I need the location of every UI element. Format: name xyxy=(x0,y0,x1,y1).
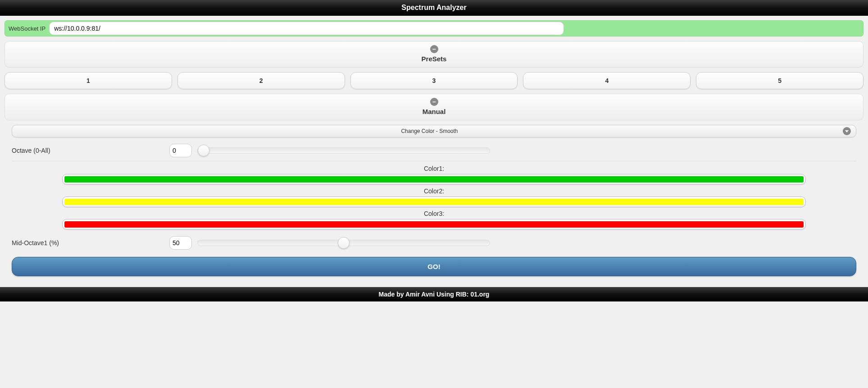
chevron-down-icon[interactable] xyxy=(843,127,851,135)
app-footer: Made by Amir Avni Using RIB: 01.org xyxy=(0,287,868,301)
preset-button-3[interactable]: 3 xyxy=(350,72,518,89)
octave-label: Octave (0-All) xyxy=(12,147,169,154)
color1-swatch xyxy=(64,176,804,183)
app-header: Spectrum Analyzer xyxy=(0,0,868,16)
color1-label: Color1: xyxy=(62,165,806,172)
websocket-input[interactable] xyxy=(49,22,564,35)
color3-picker[interactable] xyxy=(62,219,806,230)
octave-slider[interactable] xyxy=(197,147,490,154)
presets-title: PreSets xyxy=(5,55,863,63)
preset-button-1[interactable]: 1 xyxy=(5,72,172,89)
color3-block: Color3: xyxy=(62,210,806,230)
mid-octave-input[interactable] xyxy=(169,236,192,250)
octave-row: Octave (0-All) xyxy=(8,142,860,159)
websocket-row: WebSocket IP xyxy=(5,20,863,37)
preset-button-5[interactable]: 5 xyxy=(696,72,863,89)
divider xyxy=(12,161,856,161)
slider-handle[interactable] xyxy=(338,237,350,249)
app-title: Spectrum Analyzer xyxy=(401,4,466,11)
color3-swatch xyxy=(64,221,804,228)
minus-icon[interactable] xyxy=(430,45,438,53)
websocket-status xyxy=(564,21,863,36)
slider-handle[interactable] xyxy=(198,145,209,156)
footer-text: Made by Amir Avni Using RIB: 01.org xyxy=(379,291,490,298)
color1-block: Color1: xyxy=(62,165,806,185)
presets-row: 1 2 3 4 5 xyxy=(5,72,863,89)
mode-select[interactable]: Change Color - Smooth xyxy=(12,125,856,137)
mid-octave-label: Mid-Octave1 (%) xyxy=(12,239,169,246)
mode-select-value[interactable]: Change Color - Smooth xyxy=(12,125,856,137)
octave-input[interactable] xyxy=(169,144,192,157)
preset-button-2[interactable]: 2 xyxy=(177,72,345,89)
preset-button-4[interactable]: 4 xyxy=(523,72,691,89)
color3-label: Color3: xyxy=(62,210,806,217)
color2-swatch xyxy=(64,199,804,205)
manual-title: Manual xyxy=(5,108,863,115)
presets-header[interactable]: PreSets xyxy=(5,41,863,68)
go-button[interactable]: GO! xyxy=(12,257,856,276)
color2-picker[interactable] xyxy=(62,196,806,207)
color2-label: Color2: xyxy=(62,187,806,195)
color2-block: Color2: xyxy=(62,187,806,207)
color1-picker[interactable] xyxy=(62,174,806,185)
manual-header[interactable]: Manual xyxy=(5,94,863,120)
minus-icon[interactable] xyxy=(430,98,438,106)
mid-octave-row: Mid-Octave1 (%) xyxy=(8,234,860,251)
websocket-label: WebSocket IP xyxy=(5,21,49,36)
manual-section: Change Color - Smooth Octave (0-All) Col… xyxy=(5,125,863,276)
mid-octave-slider[interactable] xyxy=(197,240,490,246)
main-content: WebSocket IP PreSets 1 2 3 4 5 Manual Ch… xyxy=(0,16,868,283)
